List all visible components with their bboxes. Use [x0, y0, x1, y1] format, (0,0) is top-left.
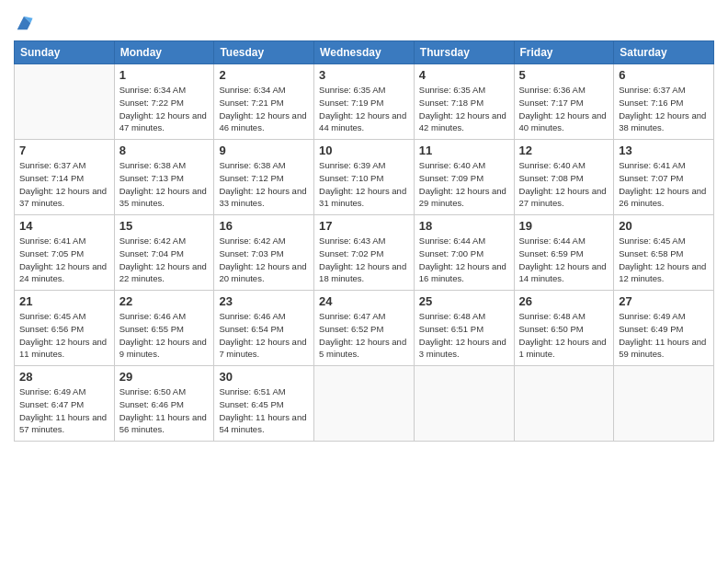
day-cell: 25Sunrise: 6:48 AMSunset: 6:51 PMDayligh… [414, 291, 514, 366]
day-number: 5 [519, 68, 609, 82]
day-number: 18 [419, 219, 509, 233]
day-info: Sunrise: 6:46 AMSunset: 6:55 PMDaylight:… [119, 310, 210, 361]
day-cell: 22Sunrise: 6:46 AMSunset: 6:55 PMDayligh… [114, 291, 214, 366]
day-cell [15, 64, 115, 140]
day-number: 13 [619, 144, 709, 157]
column-header-saturday: Saturday [614, 41, 714, 64]
day-info: Sunrise: 6:45 AMSunset: 6:56 PMDaylight:… [19, 310, 109, 361]
day-info: Sunrise: 6:34 AMSunset: 7:21 PMDaylight:… [219, 84, 309, 134]
day-number: 28 [19, 370, 109, 384]
column-header-sunday: Sunday [15, 41, 115, 64]
day-number: 17 [319, 219, 409, 233]
day-info: Sunrise: 6:34 AMSunset: 7:22 PMDaylight:… [119, 84, 210, 134]
day-cell: 26Sunrise: 6:48 AMSunset: 6:50 PMDayligh… [514, 291, 614, 366]
day-info: Sunrise: 6:37 AMSunset: 7:14 PMDaylight:… [19, 159, 109, 210]
day-info: Sunrise: 6:38 AMSunset: 7:13 PMDaylight:… [119, 159, 210, 210]
column-header-friday: Friday [514, 41, 614, 64]
day-info: Sunrise: 6:35 AMSunset: 7:19 PMDaylight:… [319, 84, 409, 134]
day-cell: 16Sunrise: 6:42 AMSunset: 7:03 PMDayligh… [214, 215, 314, 291]
day-number: 29 [119, 370, 210, 384]
day-number: 15 [119, 219, 210, 233]
logo-icon [14, 13, 34, 33]
day-cell: 24Sunrise: 6:47 AMSunset: 6:52 PMDayligh… [314, 291, 415, 366]
day-cell: 12Sunrise: 6:40 AMSunset: 7:08 PMDayligh… [514, 140, 614, 215]
column-header-monday: Monday [114, 41, 214, 64]
day-number: 25 [419, 294, 509, 308]
day-info: Sunrise: 6:40 AMSunset: 7:08 PMDaylight:… [519, 159, 609, 210]
day-cell: 2Sunrise: 6:34 AMSunset: 7:21 PMDaylight… [214, 64, 314, 140]
day-info: Sunrise: 6:42 AMSunset: 7:03 PMDaylight:… [219, 235, 309, 285]
column-header-thursday: Thursday [414, 41, 514, 64]
day-info: Sunrise: 6:45 AMSunset: 6:58 PMDaylight:… [619, 235, 709, 285]
day-cell: 6Sunrise: 6:37 AMSunset: 7:16 PMDaylight… [614, 64, 714, 140]
day-number: 2 [219, 68, 309, 82]
day-info: Sunrise: 6:40 AMSunset: 7:09 PMDaylight:… [419, 159, 509, 210]
day-info: Sunrise: 6:49 AMSunset: 6:47 PMDaylight:… [19, 385, 109, 436]
day-cell: 17Sunrise: 6:43 AMSunset: 7:02 PMDayligh… [314, 215, 415, 291]
day-number: 11 [419, 144, 509, 157]
day-info: Sunrise: 6:42 AMSunset: 7:04 PMDaylight:… [119, 235, 210, 285]
day-number: 8 [119, 144, 210, 157]
day-info: Sunrise: 6:41 AMSunset: 7:07 PMDaylight:… [619, 159, 709, 210]
day-info: Sunrise: 6:37 AMSunset: 7:16 PMDaylight:… [619, 84, 709, 134]
day-number: 21 [19, 294, 109, 308]
day-info: Sunrise: 6:39 AMSunset: 7:10 PMDaylight:… [319, 159, 409, 210]
day-number: 7 [19, 144, 109, 157]
day-cell: 7Sunrise: 6:37 AMSunset: 7:14 PMDaylight… [15, 140, 115, 215]
week-row-0: 1Sunrise: 6:34 AMSunset: 7:22 PMDaylight… [15, 64, 714, 140]
day-cell: 10Sunrise: 6:39 AMSunset: 7:10 PMDayligh… [314, 140, 415, 215]
day-number: 27 [619, 294, 709, 308]
logo [14, 13, 37, 33]
header-row: SundayMondayTuesdayWednesdayThursdayFrid… [15, 41, 714, 64]
column-header-tuesday: Tuesday [214, 41, 314, 64]
day-cell: 28Sunrise: 6:49 AMSunset: 6:47 PMDayligh… [15, 366, 115, 442]
day-number: 26 [519, 294, 609, 308]
day-number: 4 [419, 68, 509, 82]
day-cell [614, 366, 714, 442]
day-number: 16 [219, 219, 309, 233]
day-cell: 9Sunrise: 6:38 AMSunset: 7:12 PMDaylight… [214, 140, 314, 215]
calendar: SundayMondayTuesdayWednesdayThursdayFrid… [14, 40, 714, 442]
day-info: Sunrise: 6:51 AMSunset: 6:45 PMDaylight:… [219, 385, 309, 436]
day-number: 22 [119, 294, 210, 308]
day-info: Sunrise: 6:44 AMSunset: 6:59 PMDaylight:… [519, 235, 609, 285]
week-row-1: 7Sunrise: 6:37 AMSunset: 7:14 PMDaylight… [15, 140, 714, 215]
day-info: Sunrise: 6:50 AMSunset: 6:46 PMDaylight:… [119, 385, 210, 436]
calendar-header: SundayMondayTuesdayWednesdayThursdayFrid… [15, 41, 714, 64]
day-cell: 21Sunrise: 6:45 AMSunset: 6:56 PMDayligh… [15, 291, 115, 366]
day-number: 14 [19, 219, 109, 233]
day-cell: 15Sunrise: 6:42 AMSunset: 7:04 PMDayligh… [114, 215, 214, 291]
day-number: 6 [619, 68, 709, 82]
day-number: 9 [219, 144, 309, 157]
day-cell: 19Sunrise: 6:44 AMSunset: 6:59 PMDayligh… [514, 215, 614, 291]
week-row-4: 28Sunrise: 6:49 AMSunset: 6:47 PMDayligh… [15, 366, 714, 442]
day-number: 10 [319, 144, 409, 157]
page: SundayMondayTuesdayWednesdayThursdayFrid… [0, 0, 728, 563]
day-info: Sunrise: 6:48 AMSunset: 6:51 PMDaylight:… [419, 310, 509, 361]
day-cell: 13Sunrise: 6:41 AMSunset: 7:07 PMDayligh… [614, 140, 714, 215]
day-cell: 1Sunrise: 6:34 AMSunset: 7:22 PMDaylight… [114, 64, 214, 140]
day-number: 20 [619, 219, 709, 233]
day-cell: 29Sunrise: 6:50 AMSunset: 6:46 PMDayligh… [114, 366, 214, 442]
day-cell [414, 366, 514, 442]
day-info: Sunrise: 6:44 AMSunset: 7:00 PMDaylight:… [419, 235, 509, 285]
day-number: 3 [319, 68, 409, 82]
day-info: Sunrise: 6:47 AMSunset: 6:52 PMDaylight:… [319, 310, 409, 361]
day-cell [314, 366, 415, 442]
day-cell [514, 366, 614, 442]
day-number: 23 [219, 294, 309, 308]
day-number: 19 [519, 219, 609, 233]
day-cell: 30Sunrise: 6:51 AMSunset: 6:45 PMDayligh… [214, 366, 314, 442]
calendar-body: 1Sunrise: 6:34 AMSunset: 7:22 PMDaylight… [15, 64, 714, 442]
day-info: Sunrise: 6:46 AMSunset: 6:54 PMDaylight:… [219, 310, 309, 361]
day-cell: 4Sunrise: 6:35 AMSunset: 7:18 PMDaylight… [414, 64, 514, 140]
header [14, 9, 714, 33]
day-cell: 14Sunrise: 6:41 AMSunset: 7:05 PMDayligh… [15, 215, 115, 291]
week-row-2: 14Sunrise: 6:41 AMSunset: 7:05 PMDayligh… [15, 215, 714, 291]
day-info: Sunrise: 6:38 AMSunset: 7:12 PMDaylight:… [219, 159, 309, 210]
day-cell: 27Sunrise: 6:49 AMSunset: 6:49 PMDayligh… [614, 291, 714, 366]
day-info: Sunrise: 6:41 AMSunset: 7:05 PMDaylight:… [19, 235, 109, 285]
day-info: Sunrise: 6:35 AMSunset: 7:18 PMDaylight:… [419, 84, 509, 134]
day-cell: 11Sunrise: 6:40 AMSunset: 7:09 PMDayligh… [414, 140, 514, 215]
day-number: 12 [519, 144, 609, 157]
